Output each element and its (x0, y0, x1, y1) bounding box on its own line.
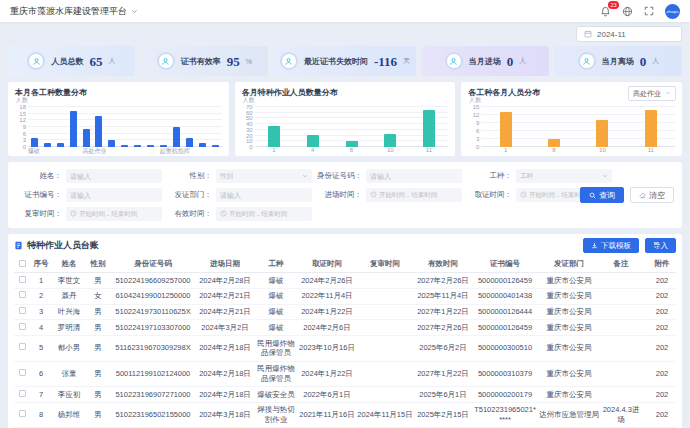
section-title-wrap: 特种作业人员台账 (14, 239, 99, 252)
table-cell: 202 (642, 304, 676, 320)
person-icon (582, 57, 591, 66)
y-axis-labels: 0369121518 (15, 107, 28, 147)
month-picker-value: 2024-11 (597, 30, 626, 39)
table-cell (356, 361, 414, 387)
table-row: 6张童男5001121991021240002024年2月18日民用爆炸物品保管… (14, 361, 676, 387)
table-cell: 2027年2月26日 (414, 273, 472, 289)
chart-title: 各月特种作业人员数量分布 (242, 87, 449, 98)
filter-input-姓名[interactable] (66, 169, 162, 183)
clock-icon (520, 191, 527, 199)
filter-daterange-进场时间[interactable]: 开始时间-结束时间 (366, 188, 462, 202)
table-cell: 重庆市公安局 (538, 288, 600, 304)
filter-input-身份证号码[interactable] (366, 169, 462, 183)
table-cell: 5000000300510 (472, 336, 538, 362)
table-cell: 5000000126459 (472, 320, 538, 336)
notifications-button[interactable]: 23 (600, 6, 611, 17)
table-cell: 女 (86, 288, 110, 304)
stat-label: 人员总数 (51, 56, 83, 67)
bar-slot (41, 107, 54, 147)
filter-select-工种[interactable]: 工种 (516, 169, 612, 183)
table-cell: T5102231965021***** (472, 402, 538, 428)
table-cell: 2024年2月21日 (196, 304, 254, 320)
person-icon (449, 57, 458, 66)
table-cell: 500112199102124000 (110, 361, 196, 387)
chevron-down-icon (665, 90, 671, 97)
table-cell: 焊接与热切割作业 (254, 402, 298, 428)
table-cell: 202 (642, 288, 676, 304)
filter-daterange-有效时间[interactable]: 开始时间-结束时间 (216, 207, 312, 221)
work-type-select[interactable]: 高处作业 (628, 86, 676, 101)
row-checkbox[interactable] (19, 307, 26, 314)
table-cell (600, 387, 642, 403)
row-checkbox[interactable] (19, 390, 26, 397)
row-checkbox[interactable] (19, 291, 26, 298)
filter-input-证书编号[interactable] (66, 188, 162, 202)
table-cell: 张童 (52, 361, 86, 387)
plot-area (481, 107, 675, 147)
bar-slot (578, 107, 626, 147)
filter-input-发证部门[interactable] (216, 188, 312, 202)
bar (173, 127, 180, 147)
y-tick: 0 (23, 144, 26, 150)
row-checkbox[interactable] (19, 323, 26, 330)
bar-slot (410, 107, 449, 147)
select-all-checkbox[interactable] (19, 260, 26, 267)
row-checkbox[interactable] (19, 343, 26, 350)
filter-field: 发证部门： (166, 188, 316, 202)
search-button[interactable]: 查询 (580, 187, 624, 203)
col-header: 附件 (642, 256, 676, 273)
y-tick: 15 (19, 111, 26, 117)
y-axis-labels: 03691215 (468, 107, 481, 147)
bar (548, 139, 560, 147)
app-title-menu[interactable]: 重庆市藻渡水库建设管理平台 (10, 5, 138, 18)
range-start-placeholder: 开始时间 (379, 191, 405, 200)
x-tick: 1 (255, 147, 294, 155)
x-tick (138, 147, 149, 155)
table-cell: 202 (642, 402, 676, 428)
filter-daterange-复审时间[interactable]: 开始时间-结束时间 (66, 207, 162, 221)
col-header: 证书编号 (472, 256, 538, 273)
y-tick: 70 (246, 104, 253, 110)
filter-label: 取证时间： (466, 190, 516, 200)
x-tick (40, 147, 51, 155)
y-tick: 40 (246, 121, 253, 127)
download-template-button[interactable]: 下载模板 (583, 238, 639, 253)
person-circle-icon (157, 52, 175, 70)
table-cell: 重庆市公安局 (538, 387, 600, 403)
table-cell: 2024年2月18日 (196, 387, 254, 403)
clock-icon (370, 191, 377, 198)
download-icon (591, 242, 598, 249)
y-tick: 12 (473, 112, 480, 118)
clear-button[interactable]: 清空 (630, 187, 674, 203)
table-cell: 5000000126444 (472, 304, 538, 320)
avatar[interactable]: zhuqiu (665, 4, 680, 19)
row-checkbox[interactable] (19, 276, 26, 283)
y-tick: 0 (476, 144, 479, 150)
table-cell: 3 (30, 304, 52, 320)
filter-label: 复审时间： (16, 209, 66, 219)
fullscreen-icon[interactable] (644, 6, 654, 16)
bar-slot (131, 107, 144, 147)
table-cell: 2024年2月28日 (196, 273, 254, 289)
col-header: 复审时间 (356, 256, 414, 273)
row-checkbox[interactable] (19, 369, 26, 376)
filter-select-性别[interactable]: 性别 (216, 169, 312, 183)
x-tick: 4 (293, 147, 332, 155)
bar-slot (371, 107, 410, 147)
table-cell (600, 304, 642, 320)
table-cell: 5000000401438 (472, 288, 538, 304)
clock-icon (70, 210, 77, 218)
chevron-down-icon (602, 173, 608, 180)
import-button[interactable]: 导入 (645, 238, 676, 253)
y-axis-labels: 010203040506070 (242, 107, 255, 147)
table-cell: 男 (86, 320, 110, 336)
stat-value: 65 (89, 55, 102, 68)
table-cell: 重庆市公安局 (538, 273, 600, 289)
table-cell: 5000000310379 (472, 361, 538, 387)
row-checkbox[interactable] (19, 410, 26, 417)
month-picker[interactable]: 2024-11 (576, 26, 682, 42)
globe-icon[interactable] (622, 6, 633, 17)
table-row: 7李应初男5102231969072710002024年2月18日爆破安全员20… (14, 387, 676, 403)
calendar-icon (584, 30, 592, 38)
y-tick: 3 (476, 136, 479, 142)
